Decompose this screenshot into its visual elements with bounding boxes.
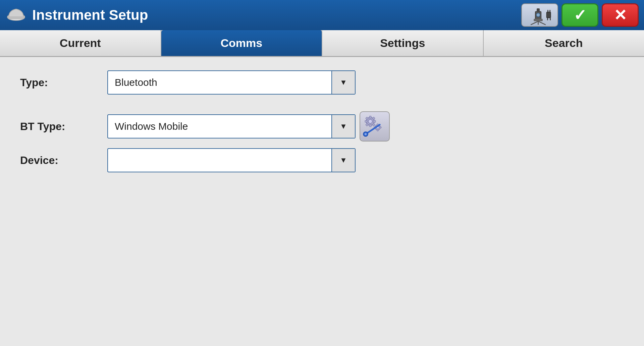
svg-rect-17 xyxy=(369,124,371,127)
dropdown-triangle: ▼ xyxy=(340,78,347,87)
svg-rect-4 xyxy=(537,8,540,12)
svg-rect-27 xyxy=(377,129,378,131)
tab-comms[interactable]: Comms xyxy=(161,30,323,56)
type-select-value: Bluetooth xyxy=(108,77,331,88)
svg-rect-1 xyxy=(8,17,24,19)
bt-type-dropdown-arrow[interactable]: ▼ xyxy=(331,115,355,138)
header: Instrument Setup ✓ xyxy=(0,0,644,30)
bt-type-select-value: Windows Mobile xyxy=(108,121,331,132)
svg-rect-19 xyxy=(365,120,367,122)
svg-rect-9 xyxy=(546,12,550,18)
bt-type-row: BT Type: Windows Mobile ▼ xyxy=(20,111,624,141)
device-row: Device: ▼ xyxy=(20,148,624,172)
confirm-icon: ✓ xyxy=(574,6,587,24)
svg-rect-3 xyxy=(534,19,543,21)
device-control-wrapper: ▼ xyxy=(107,148,356,172)
dropdown-triangle-3: ▼ xyxy=(340,156,347,165)
device-select[interactable]: ▼ xyxy=(107,148,356,172)
type-label: Type: xyxy=(20,76,107,89)
device-dropdown-arrow[interactable]: ▼ xyxy=(331,149,355,172)
bt-type-select[interactable]: Windows Mobile ▼ xyxy=(107,114,356,138)
type-dropdown-arrow[interactable]: ▼ xyxy=(331,71,355,94)
svg-rect-16 xyxy=(369,116,371,118)
instrument-button[interactable] xyxy=(521,3,558,27)
content-area: Type: Bluetooth ▼ BT Type: Windows Mobil… xyxy=(0,57,644,346)
tab-current[interactable]: Current xyxy=(0,30,161,56)
svg-rect-11 xyxy=(549,10,550,12)
device-label: Device: xyxy=(20,154,107,167)
bt-type-control-wrapper: Windows Mobile ▼ xyxy=(107,111,390,141)
bt-type-label: BT Type: xyxy=(20,120,107,133)
type-select[interactable]: Bluetooth ▼ xyxy=(107,70,356,95)
bt-settings-button[interactable] xyxy=(360,111,390,141)
cancel-button[interactable]: ✕ xyxy=(602,3,639,27)
svg-rect-12 xyxy=(547,18,548,20)
type-row: Type: Bluetooth ▼ xyxy=(20,70,624,95)
svg-rect-10 xyxy=(547,10,548,12)
svg-point-32 xyxy=(365,133,367,135)
tab-settings[interactable]: Settings xyxy=(322,30,484,56)
cancel-icon: ✕ xyxy=(614,6,627,24)
type-control-wrapper: Bluetooth ▼ xyxy=(107,70,356,95)
tab-search[interactable]: Search xyxy=(484,30,644,56)
page-title: Instrument Setup xyxy=(32,7,516,23)
dropdown-triangle-2: ▼ xyxy=(340,122,347,131)
svg-point-15 xyxy=(368,119,372,123)
tab-bar: Current Comms Settings Search xyxy=(0,30,644,57)
svg-line-6 xyxy=(531,21,538,25)
svg-line-8 xyxy=(538,21,546,25)
svg-rect-13 xyxy=(550,18,551,20)
app-logo xyxy=(5,4,27,26)
svg-rect-18 xyxy=(373,120,376,122)
svg-rect-28 xyxy=(380,127,381,128)
header-buttons: ✓ ✕ xyxy=(521,3,639,27)
confirm-button[interactable]: ✓ xyxy=(561,3,598,27)
svg-point-5 xyxy=(536,13,540,17)
